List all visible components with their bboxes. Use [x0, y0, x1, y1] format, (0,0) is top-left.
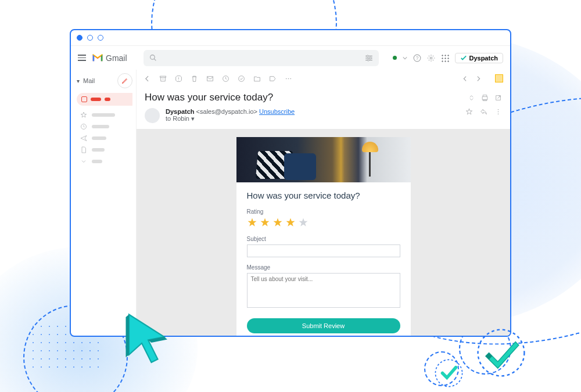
- submit-button[interactable]: Submit Review: [247, 318, 400, 333]
- gmail-logo[interactable]: Gmail: [92, 53, 127, 63]
- window-control-close[interactable]: [77, 35, 83, 41]
- hero-image: [236, 137, 411, 182]
- svg-point-25: [478, 330, 525, 376]
- status-indicator[interactable]: [393, 56, 397, 60]
- sender-name: Dyspatch: [166, 108, 195, 115]
- sidebar-item-starred[interactable]: [77, 109, 132, 121]
- star-icon[interactable]: [285, 217, 296, 228]
- subject-row: How was your service today?: [137, 87, 510, 106]
- email-subject: How was your service today?: [145, 92, 468, 103]
- popout-icon[interactable]: [494, 94, 502, 102]
- email-toolbar: [137, 70, 510, 87]
- cursor-illustration: [116, 305, 180, 369]
- svg-point-22: [498, 109, 499, 110]
- delete-icon[interactable]: [191, 75, 198, 82]
- sidebar-item-more[interactable]: [77, 156, 132, 167]
- more-icon[interactable]: [494, 108, 502, 116]
- more-icon[interactable]: [285, 75, 292, 82]
- unread-icon[interactable]: [206, 75, 214, 82]
- label-icon[interactable]: [269, 75, 277, 82]
- sidebar: ▾ Mail: [71, 70, 136, 336]
- sidebar-item-snoozed[interactable]: [77, 121, 132, 132]
- sender-email: <sales@dyspatch.io>: [196, 108, 257, 115]
- sidebar-item-inbox[interactable]: [77, 93, 132, 106]
- svg-point-14: [178, 80, 179, 80]
- help-icon[interactable]: ?: [413, 54, 421, 62]
- svg-point-7: [368, 59, 370, 61]
- window-titlebar: [71, 30, 510, 45]
- svg-point-24: [498, 113, 499, 114]
- mail-label[interactable]: Mail: [83, 77, 95, 84]
- subject-input[interactable]: [247, 244, 400, 257]
- addon-icon[interactable]: [495, 74, 503, 82]
- review-card: How was your service today? Rating Subje…: [236, 137, 411, 336]
- chevron-down-icon[interactable]: [403, 56, 407, 60]
- email-body: How was your service today? Rating Subje…: [137, 129, 510, 336]
- star-icon[interactable]: [247, 217, 257, 228]
- dyspatch-badge[interactable]: Dyspatch: [455, 53, 503, 63]
- gmail-label: Gmail: [106, 53, 127, 63]
- svg-line-1: [154, 59, 156, 60]
- reply-icon[interactable]: [480, 108, 487, 116]
- window-control-max[interactable]: [98, 35, 103, 41]
- collapse-icon[interactable]: ▾: [77, 78, 80, 84]
- star-icon[interactable]: [260, 217, 270, 228]
- svg-point-19: [288, 78, 289, 79]
- avatar: [145, 108, 160, 123]
- svg-text:?: ?: [416, 55, 419, 60]
- prev-icon[interactable]: [461, 75, 469, 82]
- header-actions: ? Dyspatch: [393, 53, 503, 63]
- gear-icon[interactable]: [427, 54, 435, 62]
- svg-point-23: [498, 112, 499, 113]
- svg-point-18: [286, 78, 287, 79]
- back-icon[interactable]: [144, 75, 151, 82]
- svg-point-10: [431, 57, 433, 59]
- tune-icon[interactable]: [365, 55, 373, 62]
- to-line: to Robin: [166, 115, 189, 122]
- move-icon[interactable]: [253, 75, 261, 82]
- compose-button[interactable]: [117, 73, 132, 88]
- email-content: How was your service today? Dyspatch <sa…: [136, 70, 510, 336]
- star-icon[interactable]: [298, 217, 309, 228]
- form-heading: How was your service today?: [247, 190, 400, 200]
- sidebar-item-drafts[interactable]: [77, 144, 132, 156]
- svg-point-17: [239, 75, 245, 81]
- star-icon[interactable]: [465, 108, 473, 116]
- svg-point-6: [370, 57, 371, 59]
- browser-window: Gmail ? Dyspatch ▾ Mail: [70, 29, 511, 337]
- message-input[interactable]: [247, 273, 400, 308]
- collapse-icon[interactable]: [468, 94, 475, 102]
- svg-rect-15: [207, 76, 213, 81]
- gmail-header: Gmail ? Dyspatch: [71, 45, 510, 70]
- menu-icon[interactable]: [78, 55, 86, 61]
- search-icon: [149, 54, 157, 62]
- print-icon[interactable]: [481, 94, 489, 102]
- search-input[interactable]: [144, 50, 379, 66]
- svg-point-0: [150, 55, 155, 60]
- subject-label: Subject: [247, 236, 263, 242]
- svg-point-20: [290, 78, 291, 79]
- rating-label: Rating: [247, 208, 400, 215]
- apps-icon[interactable]: [441, 54, 449, 62]
- checkmark-badge-icon: [474, 325, 529, 380]
- rating-stars[interactable]: [247, 217, 400, 228]
- window-control-min[interactable]: [87, 35, 93, 41]
- snooze-icon[interactable]: [222, 75, 229, 82]
- archive-icon[interactable]: [159, 75, 167, 82]
- svg-rect-12: [160, 76, 166, 77]
- svg-point-5: [367, 55, 369, 57]
- star-icon[interactable]: [272, 217, 283, 228]
- task-icon[interactable]: [238, 75, 245, 82]
- spam-icon[interactable]: [175, 75, 182, 82]
- next-icon[interactable]: [475, 75, 482, 82]
- message-label: Message: [247, 264, 263, 271]
- unsubscribe-link[interactable]: Unsubscribe: [259, 108, 295, 115]
- sender-row: Dyspatch <sales@dyspatch.io> Unsubscribe…: [137, 106, 510, 129]
- sidebar-item-sent[interactable]: [77, 132, 132, 144]
- expand-recipients-icon[interactable]: ▾: [191, 115, 195, 122]
- checkmark-badge-icon: [433, 357, 465, 389]
